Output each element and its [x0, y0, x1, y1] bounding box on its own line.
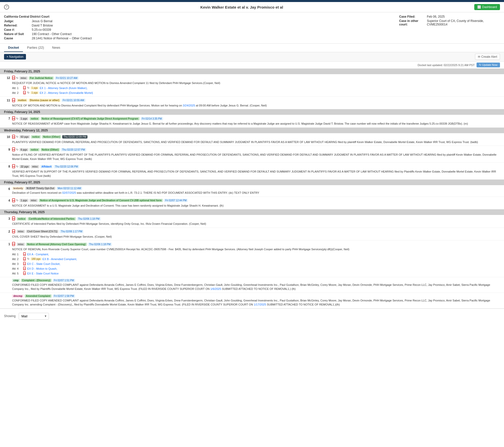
entry-number: 8	[4, 164, 10, 178]
date-link[interactable]: 1/17/2025	[254, 303, 266, 306]
entry-badge: Thu 02/06 1:18 PM	[88, 243, 112, 246]
help-icon[interactable]: ?	[4, 5, 9, 10]
showing-select[interactable]: Mail All PDF Only	[19, 313, 49, 320]
entry-badge: Notice (Other)	[41, 148, 60, 151]
entry-text: NOTICE OF ASSIGNMENT to a U.S. Magistrat…	[12, 204, 500, 208]
att-link[interactable]: EX C - State Court Docket,	[27, 262, 60, 265]
entry-badge: 22 pgs	[19, 165, 30, 168]
entry-icons: PDF↻	[12, 198, 18, 203]
pdf-icon[interactable]: PDF	[12, 76, 16, 80]
case-num-row: Case #: 5:25-cv-00339	[4, 28, 399, 32]
att-pdf-icon[interactable]: PDF	[23, 271, 26, 275]
judge-row: Judge: Jesus G Bernal	[4, 19, 399, 23]
entry-badge: Fri 02/14 3:35 PM	[141, 117, 163, 120]
entry-badge: notice	[29, 148, 39, 151]
att-pdf-icon[interactable]: PDF	[23, 267, 26, 271]
att-refresh-icon[interactable]: ↻	[27, 91, 29, 94]
pdf-icon[interactable]: PDF	[12, 229, 16, 234]
att-number: Att: 1	[12, 87, 22, 90]
entry-icons: PDF↻	[12, 116, 18, 121]
att-pdf-icon[interactable]: PDF	[23, 262, 26, 266]
docket-entry: 11PDFmotionDismiss (cause or other)Fri 0…	[0, 97, 504, 109]
date-link[interactable]: 02/07/2025	[62, 191, 76, 194]
entry-badge: dmcmp	[12, 294, 24, 298]
entry-text: PLAINTIFFS VERIFIED DEMAND FOR CRIMINAL …	[12, 140, 500, 144]
entry-header-row: textonlyMJDAP Timely Opt-OutMon 02/10 11…	[12, 187, 500, 190]
refresh-icon[interactable]: ↻	[16, 135, 18, 138]
entry-content: cmpComplaint - (Discovery)Fri 02/07 1:51…	[12, 279, 500, 291]
docket-entry: 4PDF↻1 pgsmiscNotice of Assignment to U.…	[0, 197, 504, 210]
filed-value: Feb 06, 2025	[427, 15, 445, 18]
refresh-icon[interactable]: ↻	[16, 148, 18, 151]
entry-content: PDF↻63 pgsnoticeNotice (Other)Thu 02/20 …	[12, 135, 500, 144]
refresh-icon[interactable]: ↻	[16, 199, 18, 202]
entry-icons: PDF↻	[12, 76, 18, 80]
entry-header-row: PDF↻63 pgsnoticeNotice (Other)Thu 02/20 …	[12, 135, 500, 139]
entry-attachment: Att: 4PDFEX D - Motion to Quash,	[12, 267, 500, 271]
entry-badge: misc	[17, 243, 25, 246]
date-link[interactable]: 3/24/2025	[183, 104, 195, 107]
pdf-icon[interactable]: PDF	[12, 147, 16, 152]
refresh-icon[interactable]: ↻	[16, 117, 18, 120]
create-alert-button[interactable]: ✉ Create Alert	[475, 54, 500, 60]
entry-text: CONFORMED FILED COPY AMENDED COMPLAINT a…	[12, 283, 500, 291]
att-link[interactable]: EX 1 - Attorney Search (Kevin Walker),	[40, 87, 87, 90]
entry-icons: PDF	[12, 229, 16, 234]
entry-content: PDF↻22 pgsmiscAffidavitThu 02/20 12:06 P…	[12, 164, 500, 178]
entry-badge: Thu 02/06 1:18 PM	[77, 217, 101, 220]
att-refresh-icon[interactable]: ↻	[27, 257, 29, 261]
entry-badge: notice	[29, 117, 39, 120]
page-title: Kevin Walker Estate et al v. Jay Promisc…	[9, 5, 474, 9]
date-link[interactable]: 1/6/2025	[210, 287, 221, 290]
svg-text:PDF: PDF	[24, 268, 26, 269]
refresh-icon[interactable]: ↻	[16, 76, 18, 80]
pdf-icon[interactable]: PDF	[12, 98, 16, 103]
att-pdf-icon[interactable]: PDF	[23, 252, 26, 256]
refresh-icon[interactable]: ↻	[16, 165, 18, 168]
pdf-icon[interactable]: PDF	[12, 198, 16, 203]
tab-parties[interactable]: Parties (22)	[23, 44, 48, 52]
att-link[interactable]: EX A - Complaint,	[27, 253, 49, 256]
entry-badge: For Judicial Notice	[29, 76, 54, 80]
date-header: Wednesday, February 12, 2025	[0, 128, 504, 133]
referred-label: Referred:	[4, 24, 32, 27]
other-court-label: Case in other court:	[399, 19, 427, 26]
pdf-icon[interactable]: PDF	[12, 242, 16, 246]
att-link[interactable]: EX 2 - Attorney Search (Donnabelle Morte…	[40, 91, 93, 94]
pdf-icon[interactable]: PDF	[12, 116, 16, 121]
update-now-button[interactable]: ↻ Update Now	[477, 63, 500, 67]
showing-select-wrapper: Mail All PDF Only ▼	[19, 313, 49, 320]
pdf-icon[interactable]: PDF	[12, 216, 16, 221]
docket-entry: dmcmpAmended ComplaintFri 02/07 1:58 PMC…	[0, 293, 504, 309]
dashboard-button[interactable]: ⬜ Dashboard	[474, 4, 500, 10]
svg-text:PDF: PDF	[24, 92, 26, 93]
entry-badge: misc	[31, 165, 39, 168]
att-link[interactable]: EX B - Amended Complaint,	[43, 258, 77, 261]
att-link[interactable]: EX D - Motion to Quash,	[27, 267, 57, 270]
att-pdf-icon[interactable]: PDF	[23, 91, 26, 95]
entry-header-row: PDF↻miscFor Judicial NoticeFri 02/21 10:…	[12, 76, 500, 80]
entry-header-row: dmcmpAmended ComplaintFri 02/07 1:58 PM	[12, 294, 500, 298]
navigation-button[interactable]: + Navigation	[4, 54, 26, 60]
att-pdf-icon[interactable]: PDF	[23, 86, 26, 90]
tab-docket[interactable]: Docket	[4, 44, 23, 52]
entry-badge: cmp	[12, 279, 20, 282]
pdf-icon[interactable]: PDF	[12, 164, 16, 169]
entry-badge: Certificate/Notice of Interested Parties	[27, 217, 76, 220]
entry-content: dmcmpAmended ComplaintFri 02/07 1:58 PMC…	[12, 294, 500, 307]
entry-badge: Notice (Other)	[42, 135, 61, 138]
nature-label: Nature of Suit	[4, 32, 32, 36]
svg-text:PDF: PDF	[13, 77, 15, 79]
tab-news[interactable]: News	[48, 44, 65, 52]
att-link[interactable]: EX E - State Court Notice	[27, 272, 59, 275]
att-refresh-icon[interactable]: ↻	[27, 86, 29, 90]
entry-header-row: PDF↻1 pgsmiscNotice of Assignment to U.S…	[12, 198, 500, 203]
entry-header-row: PDFnoticeCertificate/Notice of Intereste…	[12, 216, 500, 221]
entry-badge: Notice of Reassignment (CV-67) of Magist…	[41, 117, 140, 120]
att-pdf-icon[interactable]: PDF	[23, 257, 26, 261]
entry-text: REQUEST FOR JUDICIAL NOTICE re NOTICE OF…	[12, 81, 500, 85]
svg-text:PDF: PDF	[13, 243, 15, 245]
dashboard-icon: ⬜	[477, 5, 481, 9]
pdf-icon[interactable]: PDF	[12, 135, 16, 139]
entry-number: 3	[4, 216, 10, 226]
